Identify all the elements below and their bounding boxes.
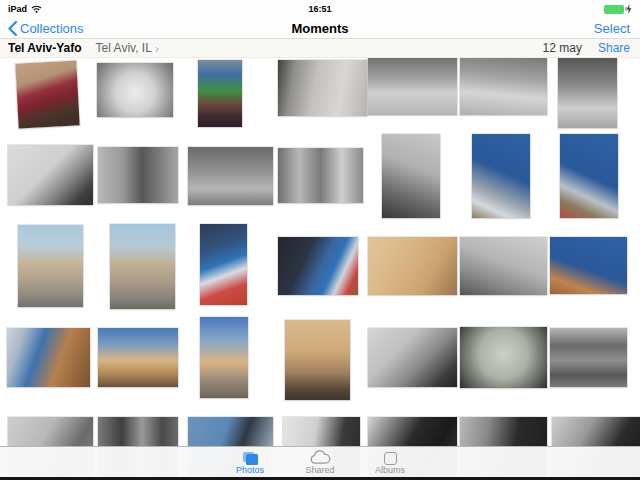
page-title: Moments (0, 21, 640, 36)
photo-thumbnail-crane-sunset-building[interactable] (550, 237, 627, 294)
photo-thumbnail-sunlit-wall-face-shadow[interactable] (368, 237, 457, 295)
photo-thumbnail-bw-building-facade[interactable] (278, 148, 363, 203)
photos-app-screen: iPad 16:51 Collections Moments Select (0, 0, 640, 480)
photo-thumbnail-bw-striped-shoulder[interactable] (8, 145, 93, 205)
battery-tip (625, 7, 627, 11)
location-chevron-icon: › (155, 42, 159, 55)
navigation-bar: Collections Moments Select (0, 18, 640, 39)
photo-thumbnail-signs-building-closeup[interactable] (278, 237, 358, 295)
photo-thumbnail-dog-in-red-bed[interactable] (15, 60, 79, 128)
status-time: 16:51 (0, 4, 640, 14)
photo-thumbnail-bw-street-sign-bins[interactable] (188, 147, 273, 205)
moment-title: Tel Aviv-Yafo (8, 41, 82, 55)
tab-shared[interactable]: Shared (298, 449, 342, 475)
moment-header: Tel Aviv-Yafo Tel Aviv, IL › 12 may Shar… (0, 39, 640, 58)
albums-square-icon (384, 452, 397, 465)
photos-stack-icon (243, 452, 258, 465)
photo-thumbnail-street-person-portrait[interactable] (285, 320, 350, 400)
battery-charging-icon (604, 5, 624, 14)
moment-date: 12 may (543, 41, 582, 55)
photo-thumbnail-turn-yield-signs-portrait[interactable] (200, 224, 247, 305)
photo-thumbnail-bw-ghost-graffiti-wall[interactable] (278, 60, 367, 116)
moment-location-label: Tel Aviv, IL (96, 41, 152, 55)
photo-grid (0, 0, 640, 480)
photo-thumbnail-blue-sky-pole-no-entry-sign[interactable] (560, 134, 618, 218)
photo-thumbnail-kiosk-street-flags-1[interactable] (18, 225, 83, 307)
photo-thumbnail-bw-pole-wires-lookup-2[interactable] (460, 327, 547, 388)
photo-thumbnail-blue-sky-tower-pole[interactable] (472, 134, 530, 218)
share-button[interactable]: Share (598, 41, 630, 55)
photo-thumbnail-bw-restaurant-storefront[interactable] (550, 328, 627, 387)
photo-thumbnail-sunset-street-tower-1[interactable] (98, 328, 178, 387)
shared-cloud-icon (309, 450, 331, 465)
status-bar: iPad 16:51 (0, 0, 640, 18)
tab-albums[interactable]: Albums (368, 449, 412, 475)
tab-bar: Photos Shared Albums (0, 446, 640, 477)
photo-thumbnail-shop-posters[interactable] (198, 60, 242, 127)
tab-photos-label: Photos (236, 466, 264, 475)
moment-location-link[interactable]: Tel Aviv, IL › (96, 41, 160, 55)
photo-thumbnail-bw-construction-crane[interactable] (460, 237, 547, 295)
photo-thumbnail-bw-tower-utility-pole[interactable] (382, 134, 440, 218)
photo-thumbnail-bw-street-storefront[interactable] (98, 147, 178, 203)
photo-thumbnail-bw-park-tree-1[interactable] (368, 57, 457, 115)
photo-thumbnail-sunset-street-view-portrait[interactable] (200, 317, 248, 398)
photo-thumbnail-bw-pole-wires-lookup-1[interactable] (368, 328, 457, 387)
tab-shared-label: Shared (305, 466, 334, 475)
photo-thumbnail-bw-dog-sleeping[interactable] (97, 63, 173, 117)
tab-albums-label: Albums (375, 466, 405, 475)
photo-thumbnail-kiosk-street-flags-2[interactable] (110, 224, 175, 309)
photo-thumbnail-construction-tower-cranes[interactable] (7, 328, 90, 387)
select-button[interactable]: Select (594, 21, 630, 36)
photo-thumbnail-bw-park-tree-2[interactable] (460, 57, 547, 115)
tab-photos[interactable]: Photos (228, 449, 272, 475)
photo-thumbnail-bw-park-handstand[interactable] (558, 57, 617, 128)
